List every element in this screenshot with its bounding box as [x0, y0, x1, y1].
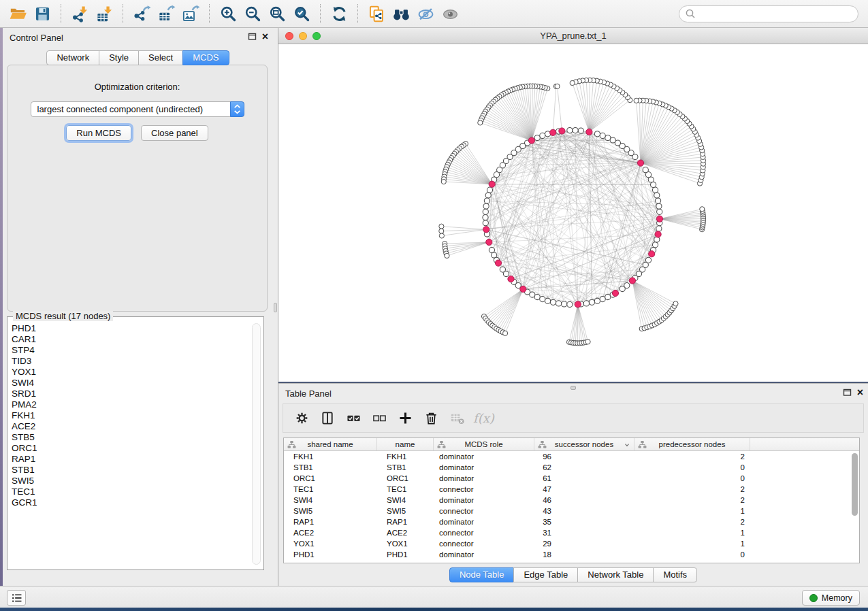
column-header[interactable]: successor nodes	[534, 438, 634, 450]
tab-select[interactable]: Select	[138, 50, 183, 65]
tab-edge-table[interactable]: Edge Table	[513, 567, 578, 582]
table-options-button[interactable]	[295, 411, 309, 425]
column-header[interactable]: name	[377, 438, 434, 450]
search-box[interactable]	[679, 5, 858, 22]
mcds-result-group: MCDS result (17 nodes) PHD1CAR1STP4TID3Y…	[7, 316, 264, 570]
mcds-result-item[interactable]: STB1	[12, 465, 247, 476]
refresh-view-button[interactable]	[327, 2, 351, 25]
float-table-panel-button[interactable]	[843, 388, 852, 397]
eye-slash-icon	[417, 5, 435, 23]
export-network-button[interactable]	[129, 2, 154, 25]
mcds-result-item[interactable]: CAR1	[12, 334, 247, 345]
tab-motifs[interactable]: Motifs	[653, 567, 697, 582]
clone-network-button[interactable]	[364, 2, 389, 25]
panel-splitter[interactable]	[273, 28, 278, 586]
mcds-result-item[interactable]: TID3	[12, 356, 247, 367]
tab-style[interactable]: Style	[99, 50, 139, 65]
column-header[interactable]: MCDS role	[434, 438, 534, 450]
table-scrollbar[interactable]	[851, 452, 858, 561]
function-builder-button[interactable]: f(x)	[473, 411, 494, 425]
mcds-result-item[interactable]: PMA2	[12, 399, 247, 410]
mcds-result-item[interactable]: RAP1	[12, 454, 247, 465]
export-table-button[interactable]	[154, 2, 178, 25]
close-panel-button[interactable]: Close panel	[141, 125, 208, 141]
delete-table-icon	[450, 411, 464, 425]
scrollbar-thumb[interactable]	[852, 453, 858, 516]
mcds-result-item[interactable]: SWI4	[12, 378, 247, 389]
mcds-result-list: PHD1CAR1STP4TID3YOX1SWI4SRD1PMA2FKH1ACE2…	[12, 323, 247, 567]
table-cell: 46	[534, 495, 634, 506]
column-visibility-button[interactable]	[321, 411, 335, 425]
run-mcds-button[interactable]: Run MCDS	[66, 125, 131, 141]
task-history-button[interactable]	[7, 590, 26, 606]
network-titlebar[interactable]: YPA_prune.txt_1	[278, 28, 868, 44]
mcds-result-item[interactable]: ACE2	[12, 421, 247, 432]
table-row[interactable]: YOX1YOX1connector291	[284, 538, 859, 549]
mcds-result-item[interactable]: STB5	[12, 432, 247, 443]
hide-selected-button[interactable]	[413, 2, 438, 25]
tab-network[interactable]: Network	[46, 50, 99, 65]
mcds-result-item[interactable]: PHD1	[12, 323, 247, 334]
panel-drag-handle[interactable]	[570, 386, 576, 390]
mcds-result-item[interactable]: YOX1	[12, 367, 247, 378]
table-row[interactable]: FKH1FKH1dominator962	[284, 451, 859, 462]
zoom-out-button[interactable]	[240, 2, 265, 25]
network-graph[interactable]	[278, 44, 868, 382]
table-cell: 0	[634, 473, 750, 484]
network-canvas[interactable]	[278, 44, 868, 382]
mcds-result-item[interactable]: SWI5	[12, 476, 247, 486]
column-header[interactable]: shared name	[284, 438, 377, 450]
deselect-all-button[interactable]	[372, 411, 387, 425]
open-file-button[interactable]	[5, 2, 30, 25]
main-toolbar	[0, 0, 868, 28]
mcds-result-item[interactable]: STP4	[12, 345, 247, 356]
zoom-in-button[interactable]	[216, 2, 240, 25]
show-all-button[interactable]	[438, 2, 462, 25]
table-row[interactable]: PHD1PHD1dominator180	[284, 549, 859, 560]
mcds-result-item[interactable]: ORC1	[12, 443, 247, 454]
mcds-result-item[interactable]: GCR1	[12, 497, 247, 508]
table-row[interactable]: STB1STB1dominator620	[284, 462, 859, 473]
memory-button[interactable]: Memory	[802, 590, 860, 606]
toolbar-separator	[357, 4, 358, 23]
table-cell: YOX1	[284, 538, 377, 549]
open-folder-icon	[9, 5, 27, 23]
mcds-result-item[interactable]: SRD1	[12, 389, 247, 399]
float-panel-button[interactable]	[248, 32, 257, 41]
mcds-result-item[interactable]: TEC1	[12, 486, 247, 497]
tab-node-table[interactable]: Node Table	[449, 567, 515, 582]
close-table-panel-icon[interactable]: ×	[857, 388, 863, 397]
export-image-button[interactable]	[178, 2, 203, 25]
table-row[interactable]: SWI4SWI4dominator462	[284, 495, 859, 506]
toolbar-separator	[61, 4, 61, 23]
select-all-button[interactable]	[347, 411, 361, 425]
search-input[interactable]	[696, 7, 858, 20]
delete-table-button[interactable]	[450, 411, 464, 425]
close-panel-icon[interactable]: ×	[262, 32, 268, 41]
table-row[interactable]: ACE2ACE2connector311	[284, 527, 859, 538]
add-column-button[interactable]	[398, 411, 413, 425]
table-row[interactable]: RAP1RAP1dominator352	[284, 516, 859, 527]
table-cell: 31	[534, 527, 634, 538]
refresh-icon	[330, 5, 349, 23]
table-cell: 1	[634, 538, 750, 549]
mcds-list-scrollbar[interactable]	[252, 323, 261, 565]
zoom-selected-button[interactable]	[289, 2, 314, 25]
table-cell: SWI4	[377, 495, 434, 506]
delete-column-button[interactable]	[424, 411, 438, 425]
import-network-button[interactable]	[67, 2, 92, 25]
criterion-select[interactable]: largest connected component (undirected)	[31, 101, 244, 117]
save-session-button[interactable]	[30, 2, 54, 25]
column-header[interactable]: predecessor nodes	[634, 438, 750, 450]
zoom-fit-button[interactable]	[265, 2, 289, 25]
first-neighbors-button[interactable]	[389, 2, 413, 25]
mcds-result-item[interactable]: FKH1	[12, 410, 247, 421]
import-table-button[interactable]	[92, 2, 116, 25]
table-cell: RAP1	[284, 516, 377, 527]
table-cell: 2	[634, 484, 750, 495]
table-row[interactable]: ORC1ORC1dominator610	[284, 473, 859, 484]
table-row[interactable]: TEC1TEC1connector472	[284, 484, 859, 495]
table-row[interactable]: SWI5SWI5connector431	[284, 506, 859, 516]
tab-mcds[interactable]: MCDS	[182, 50, 229, 65]
tab-network-table[interactable]: Network Table	[577, 567, 654, 582]
